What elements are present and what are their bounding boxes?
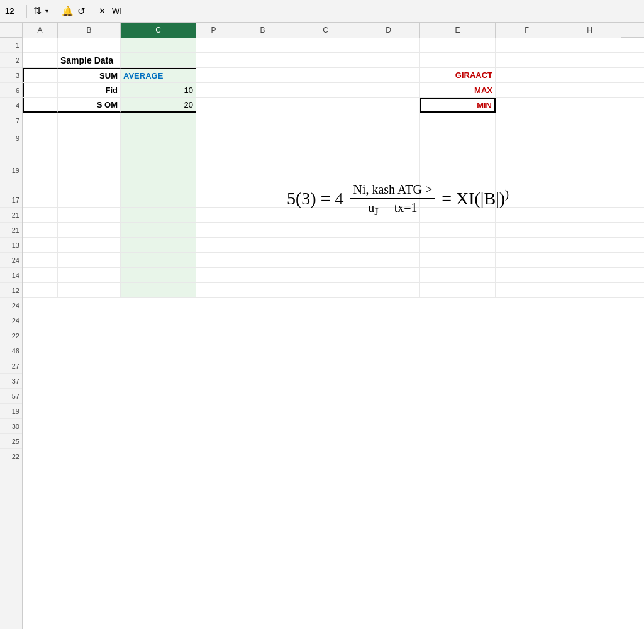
cell-c2[interactable] — [121, 53, 196, 67]
cell[interactable] — [294, 208, 357, 222]
cell[interactable] — [196, 283, 231, 297]
cell[interactable] — [231, 283, 294, 297]
cell-g4[interactable] — [496, 98, 558, 113]
cell[interactable] — [23, 283, 58, 297]
cell[interactable] — [231, 177, 294, 192]
cell-d4[interactable] — [357, 98, 420, 113]
cell-a2[interactable] — [23, 53, 58, 67]
cell-b1[interactable] — [58, 38, 121, 52]
cell[interactable] — [496, 283, 558, 297]
cell[interactable] — [420, 238, 496, 252]
cell-d7[interactable] — [357, 113, 420, 133]
cell[interactable] — [357, 253, 420, 267]
cell-b22[interactable] — [231, 53, 294, 67]
cell-p4[interactable] — [196, 98, 231, 113]
cell[interactable] — [558, 208, 621, 222]
col-header-a[interactable]: A — [23, 23, 58, 38]
cell-c27[interactable] — [294, 113, 357, 133]
cell[interactable] — [121, 238, 196, 252]
cell-b9[interactable] — [58, 133, 121, 177]
cell[interactable] — [58, 253, 121, 267]
cell-h1[interactable] — [558, 38, 621, 52]
cell[interactable] — [23, 192, 58, 207]
cell[interactable] — [558, 283, 621, 297]
cell-e3-giraact[interactable]: GIRAACT — [420, 68, 496, 82]
cell[interactable] — [420, 223, 496, 237]
cell[interactable] — [196, 223, 231, 237]
cell-b29[interactable] — [231, 133, 294, 177]
cell-c26[interactable] — [294, 83, 357, 97]
cell-e6-max[interactable]: MAX — [420, 83, 496, 97]
cell[interactable] — [231, 192, 294, 207]
cell[interactable] — [231, 268, 294, 282]
cell-e9[interactable] — [420, 133, 496, 177]
cell[interactable] — [121, 283, 196, 297]
cell-b23[interactable] — [231, 68, 294, 82]
cell-d2[interactable] — [357, 53, 420, 67]
cell-e1[interactable] — [420, 38, 496, 52]
cell[interactable] — [231, 253, 294, 267]
cell[interactable] — [121, 268, 196, 282]
cell[interactable] — [121, 192, 196, 207]
cell[interactable] — [496, 177, 558, 192]
cell[interactable] — [357, 192, 420, 207]
cell[interactable] — [294, 223, 357, 237]
col-header-d[interactable]: D — [357, 23, 420, 38]
cell[interactable] — [294, 192, 357, 207]
cell[interactable] — [357, 268, 420, 282]
cell-a1[interactable] — [23, 38, 58, 52]
cell[interactable] — [357, 177, 420, 192]
cell-b6-fid[interactable]: Fid — [58, 83, 121, 97]
cell-g6[interactable] — [496, 83, 558, 97]
cell[interactable] — [357, 283, 420, 297]
cell[interactable] — [23, 253, 58, 267]
cell-c4-20[interactable]: 20 — [121, 98, 196, 113]
cell[interactable] — [558, 253, 621, 267]
cell-b27[interactable] — [231, 113, 294, 133]
cell[interactable] — [121, 177, 196, 192]
cell[interactable] — [58, 268, 121, 282]
cell-c7[interactable] — [121, 113, 196, 133]
cell-d6[interactable] — [357, 83, 420, 97]
cell-c24[interactable] — [294, 98, 357, 113]
cell-h6[interactable] — [558, 83, 621, 97]
cell-g2[interactable] — [496, 53, 558, 67]
cell[interactable] — [558, 223, 621, 237]
cell-h3[interactable] — [558, 68, 621, 82]
cell[interactable] — [357, 223, 420, 237]
cell-p3[interactable] — [196, 68, 231, 82]
sort-icon[interactable]: ⇅ — [33, 5, 42, 17]
cell-p6[interactable] — [196, 83, 231, 97]
cell[interactable] — [196, 192, 231, 207]
cell[interactable] — [496, 192, 558, 207]
cell-c23[interactable] — [294, 68, 357, 82]
cell[interactable] — [23, 238, 58, 252]
cell[interactable] — [420, 253, 496, 267]
cell[interactable] — [23, 223, 58, 237]
cell[interactable] — [23, 208, 58, 222]
cell-b4-som[interactable]: S OM — [58, 98, 121, 113]
cell[interactable] — [294, 268, 357, 282]
cell[interactable] — [294, 253, 357, 267]
bell-icon[interactable]: 🔔 — [62, 6, 74, 17]
cell-g3[interactable] — [496, 68, 558, 82]
cell-b7[interactable] — [58, 113, 121, 133]
cell[interactable] — [558, 177, 621, 192]
cell-a3[interactable] — [23, 68, 58, 82]
cell-c3-average[interactable]: AVERAGE — [121, 68, 196, 82]
cell[interactable] — [23, 177, 58, 192]
cell-c1[interactable] — [121, 38, 196, 52]
cell-b21[interactable] — [231, 38, 294, 52]
chevron-down-icon[interactable]: ▾ — [45, 8, 48, 14]
cell[interactable] — [420, 192, 496, 207]
cell[interactable] — [231, 238, 294, 252]
cell[interactable] — [420, 177, 496, 192]
cell-c29[interactable] — [294, 133, 357, 177]
cell-e2[interactable] — [420, 53, 496, 67]
cell-h9[interactable] — [558, 133, 621, 177]
col-header-b2[interactable]: B — [231, 23, 294, 38]
cell[interactable] — [294, 177, 357, 192]
cell[interactable] — [121, 223, 196, 237]
cell-d1[interactable] — [357, 38, 420, 52]
cell[interactable] — [23, 268, 58, 282]
